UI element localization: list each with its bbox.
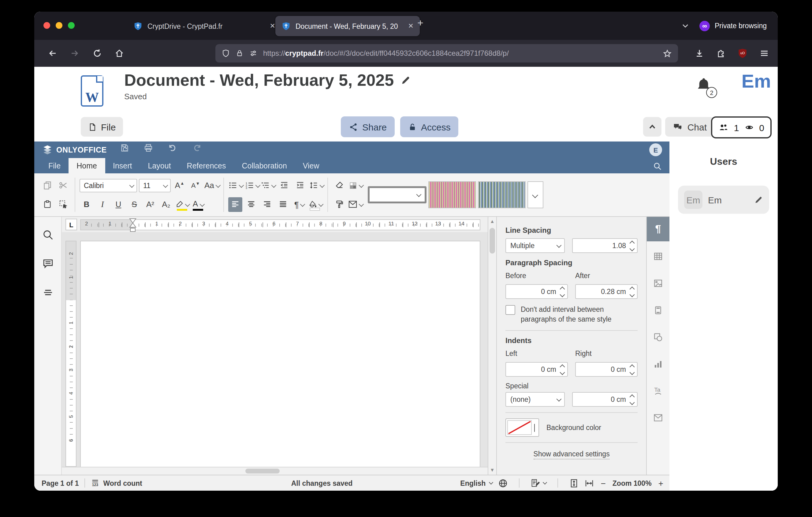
file-menu-button[interactable]: File xyxy=(81,117,123,137)
menu-layout[interactable]: Layout xyxy=(140,158,179,173)
print-icon[interactable] xyxy=(144,143,153,153)
strikethrough-button[interactable]: S xyxy=(127,197,141,212)
special-spinner[interactable]: 0 cm xyxy=(572,392,638,407)
header-footer-settings-tab[interactable] xyxy=(647,298,669,322)
image-settings-tab[interactable] xyxy=(647,271,669,295)
search-icon[interactable] xyxy=(42,229,54,241)
superscript-button[interactable]: A² xyxy=(143,197,157,212)
cut-button[interactable] xyxy=(56,178,70,193)
tab-close-icon[interactable]: ✕ xyxy=(408,22,414,30)
background-color-dropdown[interactable] xyxy=(532,424,537,431)
share-button[interactable]: Share xyxy=(341,116,395,137)
account-initials[interactable]: Em xyxy=(742,71,771,92)
horizontal-scrollbar[interactable] xyxy=(62,467,488,475)
reload-icon[interactable] xyxy=(92,48,102,58)
zoom-out-button[interactable]: − xyxy=(599,478,607,488)
show-advanced-settings-link[interactable]: Show advanced settings xyxy=(533,450,609,459)
url-text[interactable]: https://cryptpad.fr/doc/#/3/doc/edit/ff0… xyxy=(263,49,657,58)
paste-button[interactable] xyxy=(40,197,55,212)
font-size-select[interactable]: 11 xyxy=(139,179,171,192)
redo-icon[interactable] xyxy=(192,143,202,153)
font-name-select[interactable]: Calibri xyxy=(80,179,137,192)
maximize-window-button[interactable] xyxy=(68,22,75,29)
vertical-ruler[interactable]: 21 123456 xyxy=(65,241,77,467)
editor-search-icon[interactable] xyxy=(653,162,662,171)
align-left-button[interactable] xyxy=(229,197,242,212)
style-preview-heading[interactable] xyxy=(478,181,526,208)
downloads-icon[interactable] xyxy=(695,48,704,58)
styles-gallery-expand-button[interactable] xyxy=(527,181,543,208)
language-select[interactable]: English xyxy=(460,479,492,487)
mail-merge-settings-tab[interactable] xyxy=(647,406,669,430)
zoom-level[interactable]: Zoom 100% xyxy=(612,479,652,487)
collapse-toolbar-button[interactable] xyxy=(643,117,662,137)
decrease-indent-button[interactable] xyxy=(277,178,291,193)
paragraph-shading-button[interactable] xyxy=(308,197,322,212)
extensions-puzzle-icon[interactable] xyxy=(716,48,726,58)
increase-font-button[interactable]: A▲ xyxy=(173,178,186,193)
multilevel-list-button[interactable] xyxy=(261,178,276,193)
url-bar[interactable]: https://cryptpad.fr/doc/#/3/doc/edit/ff0… xyxy=(215,44,678,62)
subscript-button[interactable]: A₂ xyxy=(159,197,173,212)
italic-button[interactable]: I xyxy=(95,197,110,212)
paragraph-settings-tab[interactable]: ¶ xyxy=(647,217,669,241)
align-right-button[interactable] xyxy=(260,197,274,212)
zoom-in-button[interactable]: + xyxy=(657,478,665,488)
vertical-scroll-thumb[interactable] xyxy=(490,228,495,253)
spellcheck-globe-icon[interactable] xyxy=(498,478,508,488)
horizontal-scroll-thumb[interactable] xyxy=(245,469,280,473)
indent-right-spinner[interactable]: 0 cm xyxy=(575,362,638,377)
justify-button[interactable] xyxy=(276,197,290,212)
indent-marker[interactable] xyxy=(129,218,137,232)
bullet-list-button[interactable] xyxy=(229,178,243,193)
save-icon[interactable] xyxy=(120,143,129,153)
edit-name-pencil-icon[interactable] xyxy=(754,195,763,204)
editor-user-avatar[interactable]: E xyxy=(649,143,662,156)
shape-settings-tab[interactable] xyxy=(647,325,669,349)
copy-button[interactable] xyxy=(40,178,55,193)
back-icon[interactable] xyxy=(48,48,58,58)
align-center-button[interactable] xyxy=(244,197,259,212)
tab-stop-selector[interactable]: L xyxy=(65,219,77,230)
lock-icon[interactable] xyxy=(236,49,243,58)
close-window-button[interactable] xyxy=(44,22,50,29)
chat-button[interactable]: Chat xyxy=(665,117,714,137)
bookmark-star-icon[interactable] xyxy=(663,49,672,58)
track-changes-button[interactable] xyxy=(530,479,546,488)
rename-pencil-icon[interactable] xyxy=(400,75,410,86)
select-all-button[interactable] xyxy=(56,197,70,212)
page-info[interactable]: Page 1 of 1 xyxy=(39,479,79,487)
style-preview-no-spacing[interactable] xyxy=(428,181,476,208)
copy-style-button[interactable] xyxy=(332,197,347,212)
undo-icon[interactable] xyxy=(168,143,177,153)
permissions-sliders-icon[interactable] xyxy=(249,49,258,58)
comments-icon[interactable] xyxy=(42,258,54,270)
line-spacing-select[interactable]: Multiple xyxy=(505,238,565,253)
home-icon[interactable] xyxy=(114,48,124,58)
cell-shading-button[interactable] xyxy=(348,178,362,193)
tab-cryptdrive[interactable]: CryptDrive - CryptPad.fr ✕ xyxy=(127,16,282,36)
numbered-list-button[interactable]: 123 xyxy=(245,178,259,193)
menu-collaboration[interactable]: Collaboration xyxy=(234,158,295,173)
change-case-button[interactable]: Aa xyxy=(204,178,220,193)
vertical-scrollbar[interactable]: ▲ ▼ xyxy=(488,217,496,475)
background-color-picker[interactable] xyxy=(505,418,539,437)
forward-icon[interactable] xyxy=(70,48,80,58)
fit-width-icon[interactable] xyxy=(584,478,594,488)
nonprinting-chars-button[interactable]: ¶ xyxy=(292,197,306,212)
clear-style-button[interactable] xyxy=(332,178,347,193)
word-count-button[interactable]: 123 Word count xyxy=(90,479,142,488)
interval-checkbox-label[interactable]: Don't add interval between paragraphs of… xyxy=(521,304,638,324)
user-card[interactable]: Em Em xyxy=(678,186,769,214)
increase-indent-button[interactable] xyxy=(293,178,307,193)
menu-references[interactable]: References xyxy=(179,158,234,173)
indent-left-spinner[interactable]: 0 cm xyxy=(505,362,568,377)
menu-hamburger-icon[interactable] xyxy=(759,48,769,58)
mail-merge-button[interactable] xyxy=(348,197,363,212)
font-color-button[interactable]: A xyxy=(191,197,205,212)
notifications-bell[interactable]: 2 xyxy=(695,76,714,97)
chart-settings-tab[interactable] xyxy=(647,352,669,376)
style-preview-normal[interactable] xyxy=(368,186,427,203)
tracking-shield-icon[interactable] xyxy=(222,49,230,58)
menu-view[interactable]: View xyxy=(295,158,327,173)
